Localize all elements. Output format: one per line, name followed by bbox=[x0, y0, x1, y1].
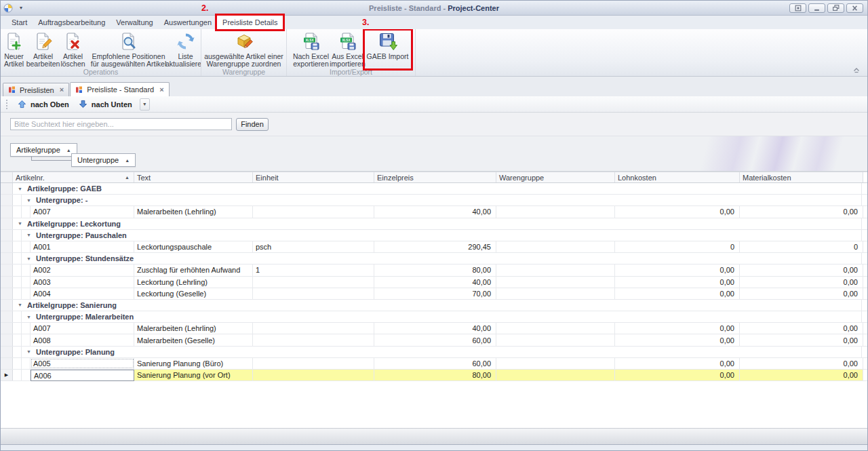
move-up-button[interactable]: nach Oben bbox=[13, 98, 74, 110]
collapse-triangle-icon[interactable]: ▼ bbox=[18, 187, 22, 191]
cell-einheit[interactable] bbox=[253, 334, 374, 345]
cell-einheit[interactable]: psch bbox=[253, 241, 374, 252]
cell-text[interactable]: Sanierung Planung (vor Ort) bbox=[134, 370, 253, 380]
cell-einzelpreis[interactable]: 70,00 bbox=[374, 288, 496, 299]
close-button[interactable] bbox=[846, 3, 863, 13]
cell-einheit[interactable] bbox=[253, 206, 374, 217]
cell-lohnkosten[interactable]: 0,00 bbox=[615, 334, 740, 345]
collapse-triangle-icon[interactable]: ▼ bbox=[26, 233, 31, 237]
column-header-einheit[interactable]: Einheit bbox=[253, 172, 374, 182]
cell-einheit[interactable] bbox=[253, 358, 374, 369]
column-header-lohnkosten[interactable]: Lohnkosten bbox=[615, 172, 740, 182]
cell-lohnkosten[interactable]: 0,00 bbox=[615, 288, 740, 299]
cell-einheit[interactable] bbox=[253, 370, 374, 380]
cell-materialkosten[interactable]: 0,00 bbox=[740, 288, 863, 299]
column-header-einzelpreis[interactable]: Einzelpreis bbox=[374, 172, 496, 182]
group-row[interactable]: ▼Artikelgruppe: Sanierung bbox=[1, 300, 867, 311]
button-nach-excel-exportieren[interactable]: XLSXNach Excel exportieren bbox=[292, 31, 330, 68]
group-row[interactable]: ▼Untergruppe: Pauschalen bbox=[1, 230, 867, 241]
cell-materialkosten[interactable]: 0,00 bbox=[740, 323, 863, 334]
cell-nr[interactable]: A008 bbox=[31, 334, 134, 345]
collapse-triangle-icon[interactable]: ▼ bbox=[26, 315, 31, 319]
column-header-text[interactable]: Text bbox=[134, 172, 253, 182]
group-row[interactable]: ▼Untergruppe: Stundensätze bbox=[1, 253, 867, 264]
table-row[interactable]: A001Leckortungspauschalepsch290,4500 bbox=[1, 241, 867, 253]
cell-nr[interactable]: A007 bbox=[31, 323, 134, 334]
cell-nr[interactable]: A004 bbox=[31, 288, 134, 299]
cell-lohnkosten[interactable]: 0,00 bbox=[615, 264, 740, 275]
document-tab-preislisten[interactable]: Preislisten× bbox=[3, 83, 69, 96]
group-row[interactable]: ▼Untergruppe: Planung bbox=[1, 347, 867, 358]
button-gaeb-import[interactable]: GAEB Import bbox=[366, 31, 410, 68]
ribbon-tab-preisliste-details[interactable]: Preisliste Details bbox=[217, 16, 283, 29]
cell-nr[interactable]: A007 bbox=[31, 206, 134, 217]
collapse-triangle-icon[interactable]: ▼ bbox=[18, 221, 22, 226]
collapse-triangle-icon[interactable]: ▼ bbox=[18, 302, 22, 307]
cell-warengruppe[interactable] bbox=[496, 370, 615, 380]
move-down-button[interactable]: nach Unten bbox=[74, 98, 137, 110]
group-row[interactable]: ▼Artikelgruppe: GAEB bbox=[1, 183, 867, 195]
cell-einzelpreis[interactable]: 40,00 bbox=[374, 323, 496, 334]
group-row[interactable]: ▼Untergruppe: - bbox=[1, 195, 867, 206]
cell-lohnkosten[interactable]: 0,00 bbox=[615, 206, 740, 217]
close-tab-icon[interactable]: × bbox=[60, 87, 64, 93]
table-row[interactable]: A008Malerarbeiten (Geselle)60,000,000,00 bbox=[1, 334, 867, 346]
cell-materialkosten[interactable]: 0,00 bbox=[740, 277, 863, 288]
minimize-button[interactable] bbox=[808, 3, 825, 13]
cell-materialkosten[interactable]: 0,00 bbox=[740, 206, 863, 217]
cell-einzelpreis[interactable]: 290,45 bbox=[374, 241, 496, 252]
find-button[interactable]: Finden bbox=[236, 118, 269, 131]
cell-text[interactable]: Leckortung (Lehrling) bbox=[134, 277, 253, 288]
cell-materialkosten[interactable]: 0,00 bbox=[740, 264, 863, 275]
cell-nr[interactable]: A002 bbox=[31, 264, 134, 275]
cell-lohnkosten[interactable]: 0 bbox=[615, 241, 740, 252]
button-empfohlene-positionen-fur-ausgewahlten-artikel[interactable]: Empfohlene Positionen für ausgewählten A… bbox=[87, 31, 170, 68]
column-header-artikelnr[interactable]: Artikelnr.▲ bbox=[13, 172, 134, 182]
cell-text[interactable]: Leckortungspauschale bbox=[134, 241, 253, 252]
table-row[interactable]: ▶A006Sanierung Planung (vor Ort)80,000,0… bbox=[1, 370, 867, 381]
group-row[interactable]: ▼Untergruppe: Malerarbeiten bbox=[1, 311, 867, 323]
cell-text[interactable]: Sanierung Planung (Büro) bbox=[134, 358, 253, 369]
button-aus-excel-importieren[interactable]: XLSXAus Excel importieren bbox=[330, 31, 366, 68]
cell-text[interactable]: Malerarbeiten (Lehrling) bbox=[134, 323, 253, 334]
button-liste-aktualisieren[interactable]: Liste aktualisieren bbox=[170, 31, 201, 68]
document-tab-preisliste-standard[interactable]: Preisliste - Standard× bbox=[70, 82, 169, 96]
ribbon-tab-start[interactable]: Start bbox=[6, 16, 33, 29]
cell-materialkosten[interactable]: 0 bbox=[740, 241, 863, 252]
cell-einzelpreis[interactable]: 40,00 bbox=[374, 277, 496, 288]
toolbar-overflow-button[interactable]: ▾ bbox=[140, 98, 150, 111]
cell-lohnkosten[interactable]: 0,00 bbox=[615, 323, 740, 334]
cell-einzelpreis[interactable]: 60,00 bbox=[374, 334, 496, 345]
cell-nr[interactable]: A006 bbox=[31, 370, 134, 381]
cell-einzelpreis[interactable]: 80,00 bbox=[374, 264, 496, 275]
cell-warengruppe[interactable] bbox=[496, 241, 615, 252]
cell-einheit[interactable] bbox=[253, 277, 374, 288]
cell-text[interactable]: Malerarbeiten (Geselle) bbox=[134, 334, 253, 345]
cell-nr[interactable]: A005 bbox=[31, 358, 134, 369]
collapse-triangle-icon[interactable]: ▼ bbox=[26, 198, 31, 203]
group-by-untergruppe[interactable]: Untergruppe ▲ bbox=[71, 153, 136, 167]
cell-einzelpreis[interactable]: 40,00 bbox=[374, 206, 496, 217]
cell-einheit[interactable] bbox=[253, 288, 374, 299]
cell-einheit[interactable]: 1 bbox=[253, 264, 374, 275]
table-row[interactable]: A007Malerarbeiten (Lehrling)40,000,000,0… bbox=[1, 206, 867, 218]
cell-warengruppe[interactable] bbox=[496, 277, 615, 288]
cell-lohnkosten[interactable]: 0,00 bbox=[615, 277, 740, 288]
cell-warengruppe[interactable] bbox=[496, 288, 615, 299]
group-by-artikelgruppe[interactable]: Artikelgruppe ▲ bbox=[10, 143, 77, 157]
cell-warengruppe[interactable] bbox=[496, 264, 615, 275]
close-tab-icon[interactable]: × bbox=[159, 87, 163, 93]
table-row[interactable]: A004Leckortung (Geselle)70,000,000,00 bbox=[1, 288, 867, 300]
toolbar-grip-handle[interactable] bbox=[6, 100, 7, 109]
cell-warengruppe[interactable] bbox=[496, 323, 615, 334]
collapse-triangle-icon[interactable]: ▼ bbox=[26, 349, 31, 354]
cell-nr[interactable]: A001 bbox=[31, 241, 134, 252]
table-row[interactable]: A002Zuschlag für erhöhten Aufwand180,000… bbox=[1, 264, 867, 276]
cell-warengruppe[interactable] bbox=[496, 358, 615, 369]
ribbon-collapse-chevron-icon[interactable] bbox=[851, 66, 862, 74]
button-ausgewahlte-artikel-einer-warengruppe-zuordnen[interactable]: ausgewählte Artikel einer Warengruppe zu… bbox=[203, 31, 285, 68]
column-header-warengruppe[interactable]: Warengruppe bbox=[496, 172, 615, 182]
cell-materialkosten[interactable]: 0,00 bbox=[740, 370, 863, 380]
search-input[interactable] bbox=[10, 118, 232, 130]
button-neuer-artikel[interactable]: Neuer Artikel bbox=[1, 31, 28, 68]
